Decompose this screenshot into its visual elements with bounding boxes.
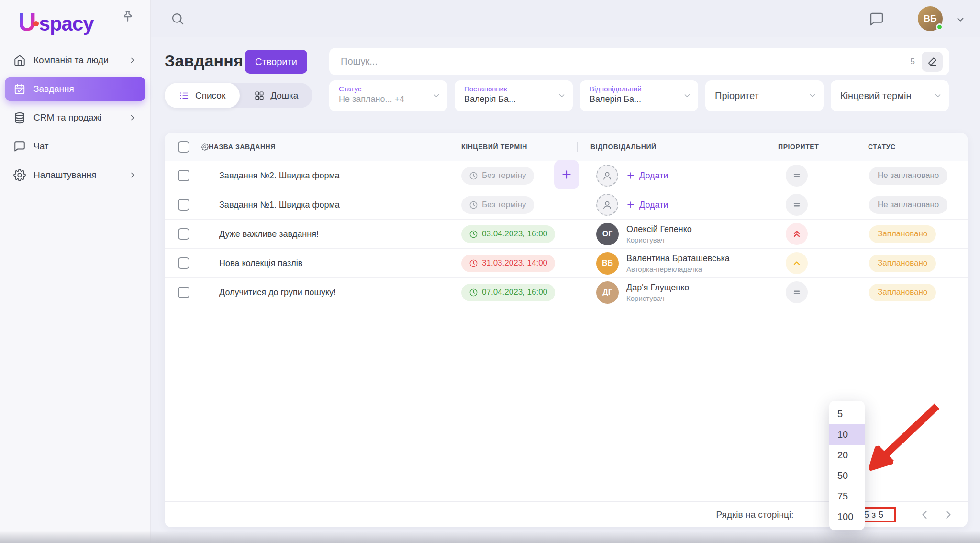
quick-add-button[interactable] — [554, 160, 579, 189]
row-checkbox[interactable] — [178, 257, 189, 269]
tab-список[interactable]: Список — [165, 83, 240, 108]
sidebar-item-crm-та-продажі[interactable]: CRM та продажі — [5, 105, 145, 130]
filter-chip-кінцевий-термін[interactable]: Кінцевий термін — [831, 80, 949, 111]
assignee-avatar[interactable]: ДГ — [596, 281, 619, 304]
profile-menu-chevron-icon[interactable] — [955, 14, 966, 25]
task-name[interactable]: Дуже важливе завдання! — [209, 229, 448, 239]
assignee-placeholder[interactable] — [596, 194, 618, 216]
uspacy-logo[interactable]: U spacy — [18, 8, 94, 36]
status-badge[interactable]: Не заплановано — [869, 167, 947, 185]
rows-per-page-option-50[interactable]: 50 — [829, 465, 865, 486]
row-checkbox-cell — [165, 228, 209, 240]
responsible-cell: ВБВалентина БраташевськаАвторка-переклад… — [577, 252, 765, 275]
sidebar-item-чат[interactable]: Чат — [5, 134, 145, 159]
sidebar-item-налаштування[interactable]: Налаштування — [5, 163, 145, 188]
priority-highest-icon[interactable] — [786, 223, 808, 245]
priority-none-icon[interactable] — [786, 165, 808, 187]
due-date-cell: 07.04.2023, 16:00 — [448, 284, 577, 301]
assignee-name[interactable]: Дар'я Глущенко — [626, 282, 689, 293]
filter-chip-постановник[interactable]: ПостановникВалерія Ба... — [455, 80, 573, 111]
add-assignee-button[interactable]: Додати — [626, 171, 668, 181]
table-settings-gear-icon[interactable] — [201, 141, 209, 153]
messages-icon[interactable] — [869, 11, 884, 27]
status-cell: Не заплановано — [855, 196, 968, 214]
task-name[interactable]: Завдання №2. Швидка форма — [209, 171, 448, 181]
clear-filters-button[interactable] — [922, 52, 943, 72]
due-date-badge[interactable]: 07.04.2023, 16:00 — [461, 284, 555, 301]
sidebar-item-label: Налаштування — [33, 170, 96, 180]
filter-label: Кінцевий термін — [840, 90, 911, 101]
row-checkbox[interactable] — [178, 199, 189, 211]
app-window: U spacy Компанія та людиЗавданняCRM та п… — [0, 0, 980, 543]
responsible-cell: ДГДар'я ГлущенкоКористувач — [577, 281, 765, 304]
rows-per-page-option-75[interactable]: 75 — [829, 486, 865, 507]
pin-sidebar-icon[interactable] — [121, 10, 135, 24]
assignee-placeholder[interactable] — [596, 165, 618, 187]
priority-none-icon[interactable] — [786, 194, 808, 216]
next-page-button[interactable] — [942, 508, 955, 521]
status-badge[interactable]: Заплановано — [869, 225, 936, 243]
column-header-1: КІНЦЕВИЙ ТЕРМІН — [448, 133, 577, 161]
assignee-role: Авторка-перекладачка — [626, 265, 730, 273]
assignee-avatar[interactable]: ОГ — [596, 223, 619, 245]
due-date-badge[interactable]: Без терміну — [461, 196, 534, 214]
filter-label: Статус — [339, 85, 428, 93]
status-badge[interactable]: Не заплановано — [869, 196, 947, 214]
results-count: 5 — [911, 57, 915, 66]
row-checkbox[interactable] — [178, 228, 189, 240]
logo-dot-icon — [33, 21, 39, 26]
chevron-right-icon — [128, 113, 137, 122]
rows-per-page-option-20[interactable]: 20 — [829, 445, 865, 465]
search-icon[interactable] — [170, 11, 185, 26]
clock-icon — [469, 200, 478, 210]
task-name[interactable]: Долучитися до групи пошуку! — [209, 288, 448, 298]
priority-none-icon[interactable] — [786, 281, 808, 303]
assignee-avatar[interactable]: ВБ — [596, 252, 619, 275]
online-status-dot — [936, 23, 943, 31]
priority-cell — [765, 165, 855, 187]
due-date-badge[interactable]: 03.04.2023, 16:00 — [461, 225, 555, 243]
assignee-name[interactable]: Валентина Браташевська — [626, 253, 730, 264]
tab-label: Дошка — [270, 90, 298, 101]
assignee-name[interactable]: Олексій Гепенко — [626, 224, 692, 235]
status-badge[interactable]: Заплановано — [869, 255, 936, 272]
row-checkbox[interactable] — [178, 170, 189, 181]
row-checkbox[interactable] — [178, 287, 189, 298]
status-cell: Заплановано — [855, 225, 968, 243]
column-header-3: ПРІОРИТЕТ — [765, 133, 855, 161]
task-search-input[interactable] — [341, 56, 911, 67]
chevron-right-icon — [128, 171, 137, 179]
status-cell: Заплановано — [855, 284, 968, 301]
task-name[interactable]: Нова колекція пазлів — [209, 258, 448, 268]
rows-per-page-option-5[interactable]: 5 — [829, 404, 865, 424]
select-all-checkbox[interactable] — [178, 141, 189, 153]
priority-high-icon[interactable] — [786, 252, 808, 274]
column-header-label: НАЗВА ЗАВДАННЯ — [209, 143, 276, 151]
rows-per-page-option-100[interactable]: 100 — [829, 507, 865, 527]
add-assignee-button[interactable]: Додати — [626, 200, 668, 210]
status-badge[interactable]: Заплановано — [869, 284, 936, 301]
row-checkbox-cell — [165, 257, 209, 269]
sidebar-item-компанія-та-люди[interactable]: Компанія та люди — [5, 48, 145, 73]
user-avatar[interactable]: ВБ — [918, 6, 943, 31]
rows-per-page-option-10[interactable]: 10 — [829, 424, 865, 445]
responsible-cell: Додати — [577, 194, 765, 216]
prev-page-button[interactable] — [918, 508, 931, 521]
column-header-label: СТАТУС — [855, 143, 896, 151]
column-divider — [577, 142, 578, 152]
filter-value: Валерія Ба... — [464, 94, 554, 104]
topbar: ВБ — [151, 0, 980, 37]
filter-chip-пріоритет[interactable]: Пріоритет — [705, 80, 824, 111]
column-divider — [765, 142, 765, 152]
tab-дошка[interactable]: Дошка — [240, 83, 312, 108]
chevron-down-icon — [934, 91, 942, 100]
sidebar-item-завдання[interactable]: Завдання — [5, 77, 145, 101]
filter-chip-статус[interactable]: СтатусНе заплано... +4 — [329, 80, 447, 111]
task-name[interactable]: Завдання №1. Швидка форма — [209, 200, 448, 210]
due-date-badge[interactable]: Без терміну — [461, 167, 534, 185]
row-checkbox-cell — [165, 170, 209, 181]
filter-chip-відповідальний[interactable]: ВідповідальнийВалерія Ба... — [580, 80, 698, 111]
task-search-bar: 5 — [329, 48, 949, 75]
due-date-badge[interactable]: 31.03.2023, 14:00 — [461, 255, 555, 272]
create-task-button[interactable]: Створити — [245, 50, 307, 74]
